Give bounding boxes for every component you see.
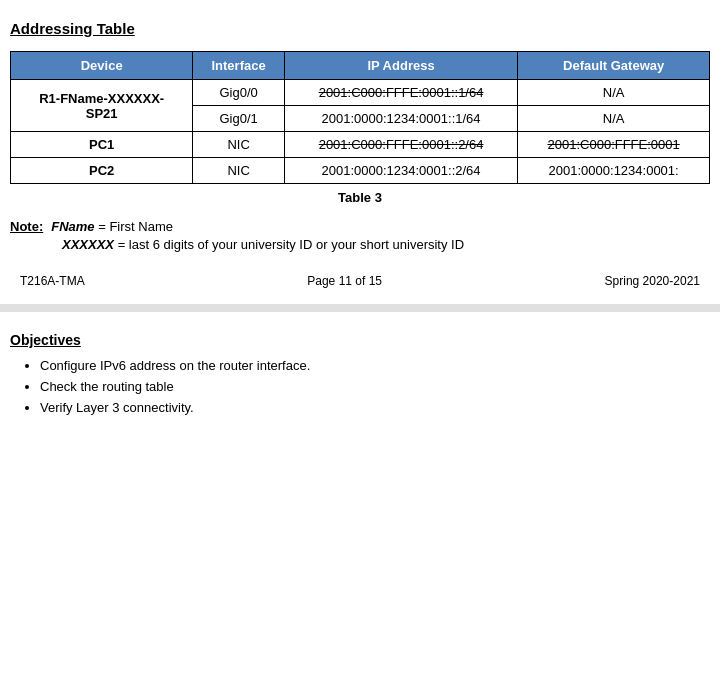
list-item: Check the routing table (40, 379, 710, 394)
gw-pc1: 2001:C000:FFFE:0001 (518, 132, 710, 158)
table-row: PC1 NIC 2001:C000:FFFE:0001::2/64 2001:C… (11, 132, 710, 158)
note-fname: FName (51, 219, 94, 234)
interface-gig00: Gig0/0 (193, 80, 284, 106)
col-device: Device (11, 52, 193, 80)
interface-pc2: NIC (193, 158, 284, 184)
device-pc1: PC1 (11, 132, 193, 158)
gw-r1-gig01: N/A (518, 106, 710, 132)
objectives-title: Objectives (10, 332, 710, 348)
col-interface: Interface (193, 52, 284, 80)
table-row: R1-FName-XXXXXX-SP21 Gig0/0 2001:C000:FF… (11, 80, 710, 106)
table-row: PC2 NIC 2001:0000:1234:0001::2/64 2001:0… (11, 158, 710, 184)
list-item: Configure IPv6 address on the router int… (40, 358, 710, 373)
gw-r1-gig00: N/A (518, 80, 710, 106)
note-label: Note: (10, 219, 43, 234)
interface-gig01: Gig0/1 (193, 106, 284, 132)
col-ip: IP Address (284, 52, 517, 80)
note-xxxxxx: XXXXXX (62, 237, 114, 252)
ip-r1-gig01: 2001:0000:1234:0001::1/64 (284, 106, 517, 132)
page-divider (0, 304, 720, 312)
device-pc2: PC2 (11, 158, 193, 184)
footer-right: Spring 2020-2021 (605, 274, 700, 288)
footer-left: T216A-TMA (20, 274, 85, 288)
addressing-table: Device Interface IP Address Default Gate… (10, 51, 710, 184)
table-caption: Table 3 (10, 190, 710, 205)
footer-center: Page 11 of 15 (307, 274, 382, 288)
note-line1-rest: = First Name (95, 219, 173, 234)
list-item: Verify Layer 3 connectivity. (40, 400, 710, 415)
footer: T216A-TMA Page 11 of 15 Spring 2020-2021 (10, 268, 710, 294)
note-line2-rest: = last 6 digits of your university ID or… (114, 237, 464, 252)
ip-r1-gig00: 2001:C000:FFFE:0001::1/64 (284, 80, 517, 106)
note-line2: XXXXXX = last 6 digits of your universit… (62, 237, 464, 252)
gw-pc2: 2001:0000:1234:0001: (518, 158, 710, 184)
ip-pc2: 2001:0000:1234:0001::2/64 (284, 158, 517, 184)
note-section: Note: FName = First Name XXXXXX = last 6… (10, 219, 710, 252)
ip-pc1: 2001:C000:FFFE:0001::2/64 (284, 132, 517, 158)
col-gateway: Default Gateway (518, 52, 710, 80)
page-bottom: Objectives Configure IPv6 address on the… (0, 312, 720, 431)
objectives-list: Configure IPv6 address on the router int… (40, 358, 710, 415)
note-line1: FName = First Name (51, 219, 173, 234)
page-title: Addressing Table (10, 20, 710, 37)
device-r1: R1-FName-XXXXXX-SP21 (11, 80, 193, 132)
interface-pc1: NIC (193, 132, 284, 158)
